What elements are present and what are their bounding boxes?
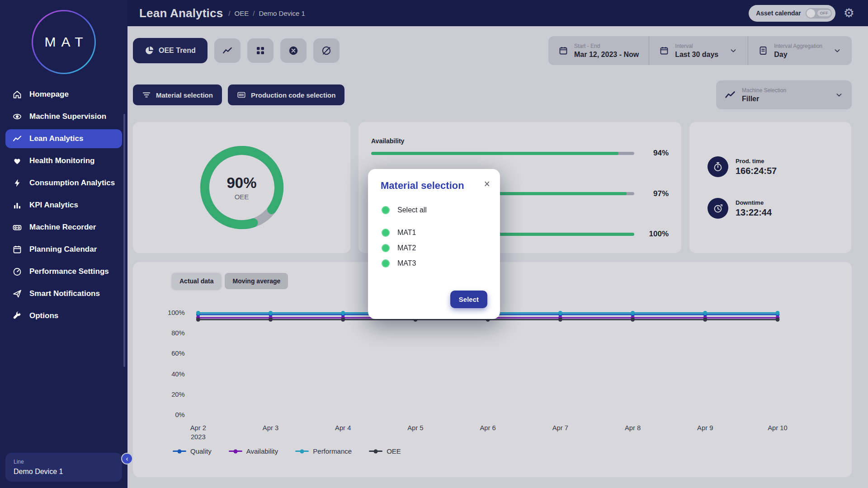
sidebar-item-lean-analytics[interactable]: Lean Analytics [5, 129, 122, 148]
sidebar-item-consumption-analytics[interactable]: Consumption Analytics [5, 174, 122, 192]
sidebar-item-planning-calendar[interactable]: Planning Calendar [5, 240, 122, 259]
material-selection-modal: Material selection × Select all MAT1 MAT… [368, 169, 500, 319]
sidebar-item-homepage[interactable]: Homepage [5, 85, 122, 104]
sidebar-item-label: Machine Recorder [29, 223, 96, 232]
radio-selected-icon [382, 244, 390, 252]
send-icon [12, 289, 23, 299]
select-button[interactable]: Select [450, 291, 487, 308]
sidebar-item-label: Performance Settings [29, 267, 109, 276]
sidebar-item-label: Options [29, 311, 58, 320]
sidebar-item-health-monitoring[interactable]: Health Monitoring [5, 151, 122, 170]
heart-icon [12, 156, 23, 166]
sidebar-collapse-button[interactable]: ‹ [121, 453, 133, 465]
sidebar-nav: Homepage Machine Supervision Lean Analyt… [0, 85, 127, 448]
logo: MAT [32, 10, 96, 74]
option-label: MAT1 [397, 229, 416, 237]
wrench-icon [12, 311, 23, 321]
sidebar: MAT Homepage Machine Supervision Lean An… [0, 0, 127, 488]
sidebar-item-label: KPI Analytics [29, 201, 78, 210]
sidebar-item-label: Homepage [29, 90, 69, 99]
sidebar-item-machine-supervision[interactable]: Machine Supervision [5, 107, 122, 126]
gauge-icon [12, 267, 23, 277]
home-icon [12, 89, 23, 99]
radio-selected-icon [382, 206, 390, 214]
device-card[interactable]: Line Demo Device 1 [5, 453, 122, 482]
sidebar-item-label: Smart Notifications [29, 289, 100, 298]
sidebar-scrollbar[interactable] [123, 114, 125, 367]
recorder-icon [12, 222, 23, 232]
sidebar-item-label: Health Monitoring [29, 156, 94, 165]
radio-selected-icon [382, 229, 390, 237]
modal-options: Select all MAT1 MAT2 MAT3 [381, 202, 487, 271]
option-label: Select all [397, 206, 427, 214]
sidebar-item-machine-recorder[interactable]: Machine Recorder [5, 218, 122, 237]
bolt-icon [12, 178, 23, 188]
sidebar-item-label: Lean Analytics [29, 134, 83, 143]
bar-chart-icon [12, 200, 23, 210]
radio-selected-icon [382, 259, 390, 267]
option-label: MAT2 [397, 244, 416, 252]
option-mat3[interactable]: MAT3 [381, 256, 487, 271]
eye-icon [12, 112, 23, 122]
sidebar-item-options[interactable]: Options [5, 306, 122, 325]
option-mat2[interactable]: MAT2 [381, 240, 487, 256]
sidebar-item-performance-settings[interactable]: Performance Settings [5, 262, 122, 281]
option-select-all[interactable]: Select all [381, 202, 487, 218]
chevron-left-icon: ‹ [126, 455, 128, 462]
option-label: MAT3 [397, 259, 416, 267]
sidebar-item-label: Planning Calendar [29, 245, 97, 254]
sidebar-item-label: Consumption Analytics [29, 178, 115, 188]
sidebar-item-label: Machine Supervision [29, 112, 106, 121]
logo-text: MAT [39, 34, 88, 50]
sidebar-item-kpi-analytics[interactable]: KPI Analytics [5, 196, 122, 215]
calendar-icon [12, 244, 23, 254]
device-card-value: Demo Device 1 [14, 468, 114, 476]
device-card-label: Line [14, 459, 114, 465]
modal-title: Material selection [381, 180, 464, 192]
trend-icon [12, 134, 23, 144]
sidebar-item-smart-notifications[interactable]: Smart Notifications [5, 284, 122, 303]
option-mat1[interactable]: MAT1 [381, 225, 487, 240]
close-icon[interactable]: × [484, 179, 490, 189]
